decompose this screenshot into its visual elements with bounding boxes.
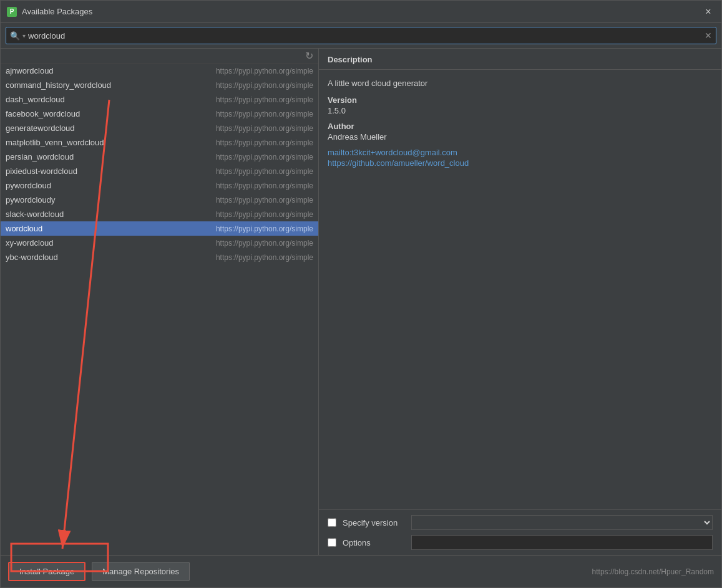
package-item-pywordcloudy[interactable]: pywordcloudy https://pypi.python.org/sim… <box>1 193 318 207</box>
options-label: Options <box>343 538 405 547</box>
version-value: 1.5.0 <box>328 106 713 115</box>
version-dropdown[interactable] <box>411 515 713 530</box>
refresh-button[interactable]: ↻ <box>303 49 316 63</box>
install-package-button[interactable]: Install Package <box>8 562 85 581</box>
window-title: Available Packages <box>22 7 92 16</box>
search-clear-button[interactable]: ✕ <box>705 31 712 41</box>
version-label: Version <box>328 95 713 105</box>
search-input[interactable] <box>28 31 705 41</box>
footer-url: https://blog.csdn.net/Hpuer_Random <box>592 567 714 576</box>
package-item-ybc-wordcloud[interactable]: ybc-wordcloud https://pypi.python.org/si… <box>1 250 318 264</box>
search-dropdown-icon[interactable]: ▾ <box>22 32 26 39</box>
manage-repositories-button[interactable]: Manage Repositories <box>92 562 190 581</box>
package-item-pixiedust-wordcloud[interactable]: pixiedust-wordcloud https://pypi.python.… <box>1 164 318 178</box>
package-item-facebook-wordcloud[interactable]: facebook_wordcloud https://pypi.python.o… <box>1 107 318 121</box>
author-value: Andreas Mueller <box>328 132 713 142</box>
close-button[interactable]: × <box>701 5 715 19</box>
package-item-matplotlib-venn-wordcloud[interactable]: matplotlib_venn_wordcloud https://pypi.p… <box>1 135 318 150</box>
package-item-ajnwordcloud[interactable]: ajnwordcloud https://pypi.python.org/sim… <box>1 64 318 78</box>
package-item-persian-wordcloud[interactable]: persian_wordcloud https://pypi.python.or… <box>1 150 318 164</box>
email-link[interactable]: mailto:t3kcit+wordcloud@gmail.com <box>328 148 713 157</box>
package-item-generatewordcloud[interactable]: generatewordcloud https://pypi.python.or… <box>1 121 318 135</box>
app-icon: P <box>7 7 17 17</box>
package-item-command-history-wordcloud[interactable]: command_history_wordcloud https://pypi.p… <box>1 78 318 92</box>
description-header: Description <box>319 49 721 70</box>
github-link[interactable]: https://github.com/amueller/word_cloud <box>328 158 713 168</box>
package-item-dash-wordcloud[interactable]: dash_wordcloud https://pypi.python.org/s… <box>1 92 318 107</box>
search-icon: 🔍 <box>10 31 20 41</box>
specify-version-checkbox[interactable] <box>328 518 336 527</box>
package-item-wordcloud[interactable]: wordcloud https://pypi.python.org/simple <box>1 221 318 236</box>
package-item-slack-wordcloud[interactable]: slack-wordcloud https://pypi.python.org/… <box>1 207 318 221</box>
author-label: Author <box>328 122 713 131</box>
specify-version-label: Specify version <box>343 518 405 528</box>
description-summary: A little word cloud generator <box>328 79 713 88</box>
package-item-pywordcloud[interactable]: pywordcloud https://pypi.python.org/simp… <box>1 178 318 193</box>
package-item-xy-wordcloud[interactable]: xy-wordcloud https://pypi.python.org/sim… <box>1 236 318 250</box>
options-input[interactable] <box>411 535 713 550</box>
package-list: ajnwordcloud https://pypi.python.org/sim… <box>1 64 318 555</box>
options-checkbox[interactable] <box>328 538 336 547</box>
